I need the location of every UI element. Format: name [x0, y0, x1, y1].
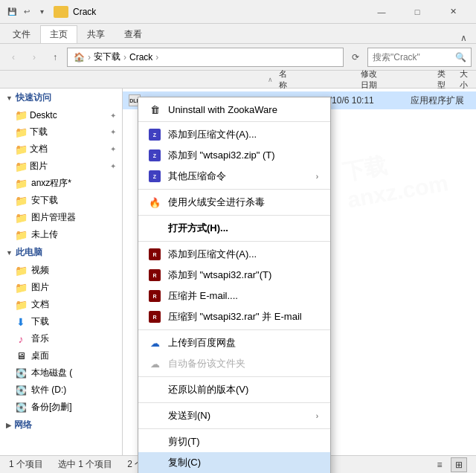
network-label: 网络 [14, 419, 32, 431]
search-input[interactable] [373, 52, 452, 62]
music-label: 音乐 [31, 332, 49, 345]
title-bar: 💾 ↩ ▾ Crack — □ ✕ [0, 0, 476, 24]
ctx-copy[interactable]: 复制(C) [138, 452, 330, 473]
download-label: 下载 [30, 126, 48, 138]
minimize-button[interactable]: — [364, 0, 399, 24]
ctx-compress-email[interactable]: R 压缩并 E-mail.... [138, 286, 330, 306]
pics-label: 图片 [31, 281, 49, 294]
sidebar-item-documents[interactable]: 📁 文档 [0, 296, 122, 313]
sidebar-item-dl[interactable]: ⬇ 下载 [0, 313, 122, 330]
documents-label: 文档 [31, 298, 49, 311]
ctx-add-zip2[interactable]: R 添加到压缩文件(A)... [138, 244, 330, 265]
col-name[interactable]: 名称 [273, 68, 295, 91]
anxz-label: anxz程序* [31, 177, 71, 190]
column-headers: ∧ 名称 修改日期 类型 大小 [0, 71, 476, 89]
tab-file[interactable]: 文件 [3, 25, 40, 43]
path-sep3: › [155, 52, 158, 62]
ctx-fire-scan[interactable]: 🔥 使用火绒安全进行杀毒 [138, 192, 330, 213]
ctx-sendto-icon [147, 408, 162, 423]
ctx-restore[interactable]: 还原以前的版本(V) [138, 379, 330, 400]
ctx-sep7 [138, 402, 330, 403]
desktop2-icon: 🖥 [15, 350, 27, 362]
ctx-cloud-icon: ☁ [147, 356, 162, 371]
sidebar-item-diskd[interactable]: 💽 软件 (D:) [0, 382, 122, 399]
properties-icon: ▾ [36, 6, 48, 18]
ctx-send-to[interactable]: 发送到(N) › [138, 405, 330, 426]
col-size[interactable]: 大小 [454, 68, 476, 91]
col-type[interactable]: 类型 [431, 68, 454, 91]
ctx-add-wtsrar-label: 添加到 "wtsapi32.rar"(T) [168, 268, 271, 282]
sidebar-item-docs[interactable]: 📁 文档 ✦ [0, 141, 122, 158]
ctx-open-icon [147, 221, 162, 236]
ribbon-expand[interactable]: ∧ [460, 33, 473, 43]
ctx-compress-email-label: 压缩并 E-mail.... [168, 289, 238, 303]
documents-icon: 📁 [15, 299, 27, 311]
ctx-sep4 [138, 241, 330, 242]
ctx-compress-rar-email[interactable]: R 压缩到 "wtsapi32.rar" 并 E-mail [138, 306, 330, 327]
thispc-label: 此电脑 [16, 246, 42, 259]
ctx-add-wtszip[interactable]: Z 添加到 "wtsapi32.zip" (T) [138, 145, 330, 166]
sidebar-item-music[interactable]: ♪ 音乐 [0, 330, 122, 347]
ctx-add-zip[interactable]: Z 添加到压缩文件(A)... [138, 124, 330, 145]
ctx-sendto-arrow: › [316, 412, 318, 420]
sidebar-item-download[interactable]: 📁 下载 ✦ [0, 123, 122, 141]
docs-icon: 📁 [15, 144, 27, 155]
sidebar-item-anzxload[interactable]: 📁 安下载 [0, 192, 122, 209]
anzxload-icon: 📁 [15, 195, 27, 207]
back-button[interactable]: ‹ [4, 48, 22, 66]
sidebar-section-quickaccess[interactable]: ▼ 快速访问 [0, 89, 122, 107]
sidebar-item-videos[interactable]: 📁 视频 [0, 262, 122, 279]
forward-button[interactable]: › [25, 48, 43, 66]
ctx-cut-icon [147, 434, 162, 449]
save-icon: 💾 [6, 6, 18, 18]
sidebar-item-localdisk[interactable]: 💽 本地磁盘 ( [0, 364, 122, 382]
sidebar-item-imgmgr[interactable]: 📁 图片管理器 [0, 209, 122, 226]
anxz-icon: 📁 [15, 178, 27, 190]
ctx-uninstall-icon: 🗑 [147, 103, 162, 118]
ctx-open-with[interactable]: 打开方式(H)... [138, 218, 330, 239]
sidebar-item-backup[interactable]: 💽 备份[勿删] [0, 399, 122, 416]
view-details-button[interactable]: ≡ [431, 457, 448, 472]
address-path[interactable]: 🏠 › 安下载 › Crack › [67, 48, 344, 67]
ctx-more-compress[interactable]: Z 其他压缩命令 › [138, 166, 330, 187]
ctx-uninstall-label: Uninstall with ZookaWare [168, 104, 277, 115]
sidebar-item-desktop[interactable]: 📁 Desktc ✦ [0, 107, 122, 123]
sidebar-item-anxz[interactable]: 📁 anxz程序* [0, 175, 122, 192]
localdisk-icon: 💽 [15, 367, 27, 379]
title-bar-icons: 💾 ↩ ▾ [6, 6, 48, 18]
localdisk-label: 本地磁盘 ( [31, 367, 72, 379]
sidebar-section-network[interactable]: ▶ 网络 [0, 416, 122, 434]
window-controls: — □ ✕ [364, 0, 470, 24]
col-modified[interactable]: 修改日期 [355, 68, 387, 91]
ctx-add-zip-label: 添加到压缩文件(A)... [168, 128, 257, 141]
pictures-pin: ✦ [110, 162, 116, 170]
network-arrow: ▶ [6, 422, 11, 429]
pictures-icon: 📁 [15, 161, 27, 173]
ctx-sep1 [138, 121, 330, 122]
search-box[interactable]: 🔍 [367, 48, 472, 67]
close-button[interactable]: ✕ [436, 0, 470, 24]
ctx-baidu-upload[interactable]: ☁ 上传到百度网盘 [138, 332, 330, 353]
sidebar-item-notuploaded[interactable]: 📁 未上传 [0, 226, 122, 243]
sidebar-item-desktop2[interactable]: 🖥 桌面 [0, 347, 122, 364]
ctx-uninstall[interactable]: 🗑 Uninstall with ZookaWare [138, 100, 330, 119]
sidebar-section-thispc[interactable]: ▼ 此电脑 [0, 243, 122, 262]
ctx-send-to-label: 发送到(N) [168, 409, 210, 422]
ctx-add-wtsrar[interactable]: R 添加到 "wtsapi32.rar"(T) [138, 265, 330, 286]
tab-share[interactable]: 共享 [77, 25, 115, 43]
ctx-zip1-icon: Z [147, 127, 162, 142]
ctx-sep3 [138, 215, 330, 216]
tab-view[interactable]: 查看 [115, 25, 152, 43]
ctx-copy-label: 复制(C) [168, 456, 201, 469]
dl-label: 下载 [31, 315, 49, 328]
sidebar-item-pics[interactable]: 📁 图片 [0, 279, 122, 296]
tab-home[interactable]: 主页 [40, 25, 77, 43]
ctx-cut[interactable]: 剪切(T) [138, 431, 330, 452]
refresh-button[interactable]: ⟳ [347, 48, 364, 66]
ctx-rar4-icon: R [147, 309, 162, 324]
sidebar-item-pictures[interactable]: 📁 图片 ✦ [0, 158, 122, 175]
view-large-icons-button[interactable]: ⊞ [451, 457, 467, 472]
up-button[interactable]: ↑ [46, 48, 64, 66]
videos-label: 视频 [31, 264, 49, 277]
maximize-button[interactable]: □ [400, 0, 434, 24]
